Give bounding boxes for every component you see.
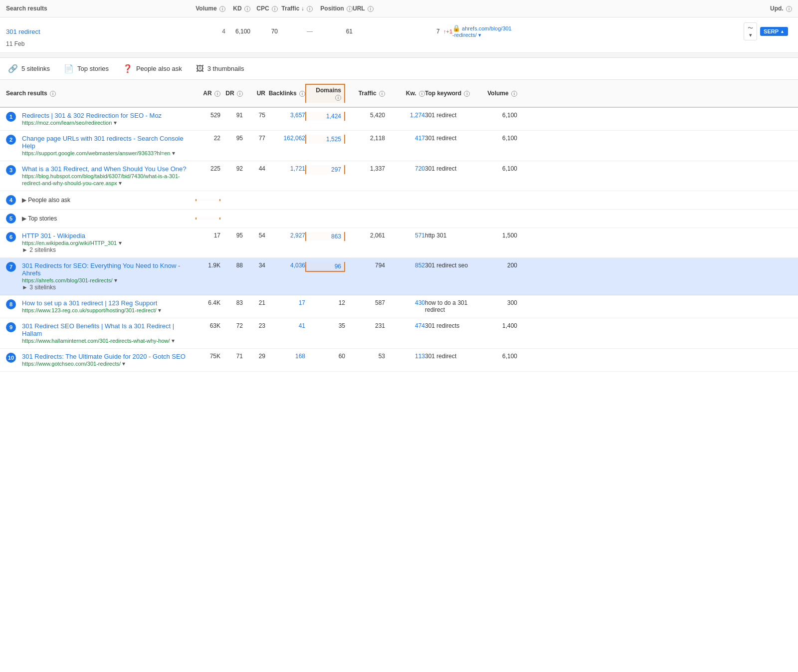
kw-1[interactable]: 1,274 xyxy=(385,112,425,119)
result-num-8: 8 xyxy=(6,299,16,309)
sitelinks-expand-7[interactable]: ► 3 sitelinks xyxy=(22,284,56,291)
domains-1[interactable]: 1,424 xyxy=(305,112,345,121)
table-row: 3 What is a 301 Redirect, and When Shoul… xyxy=(0,161,798,191)
result-title-cell: 3 What is a 301 Redirect, and When Shoul… xyxy=(6,165,196,187)
thumbnails-feature[interactable]: 🖼 3 thumbnails xyxy=(196,64,244,73)
ar-6: 17 xyxy=(196,232,220,239)
result-title-cell-highlighted: 7 301 Redirects for SEO: Everything You … xyxy=(6,262,196,291)
dr-3: 92 xyxy=(220,165,243,172)
table-row: 8 How to set up a 301 redirect | 123 Reg… xyxy=(0,295,798,318)
traffic-val: 61 xyxy=(313,28,353,35)
backlinks-header: Backlinks i xyxy=(265,90,305,97)
kd-val: 70 xyxy=(250,28,278,35)
position-change: ↑+1 xyxy=(443,28,452,34)
backlinks-6[interactable]: 2,927 xyxy=(265,232,305,239)
ur-8: 21 xyxy=(243,299,265,306)
expand-cell-5: 5 ▶ Top stories xyxy=(6,214,196,224)
topkeyword-9: 301 redirects xyxy=(425,322,480,329)
cpc-val: — xyxy=(278,28,313,35)
backlinks-7[interactable]: 4,036 xyxy=(265,262,305,269)
url-link[interactable]: ahrefs.com/blog/301 -redirects/ ▾ xyxy=(452,25,512,38)
url-cell: 🔒 ahrefs.com/blog/301 -redirects/ ▾ xyxy=(452,24,747,38)
ar-3: 225 xyxy=(196,165,220,172)
cpc-info-icon: i xyxy=(272,6,278,12)
dr-6: 95 xyxy=(220,232,243,239)
result-num-1: 1 xyxy=(6,112,16,122)
kw-10[interactable]: 113 xyxy=(385,353,425,360)
backlinks-9[interactable]: 41 xyxy=(265,322,305,329)
result-link-9[interactable]: 301 Redirect SEO Benefits | What Is a 30… xyxy=(22,322,174,337)
upd-val: 11 Feb xyxy=(6,40,191,47)
kw-7[interactable]: 852 xyxy=(385,262,425,269)
kw-8[interactable]: 430 xyxy=(385,299,425,306)
kw-6[interactable]: 571 xyxy=(385,232,425,239)
result-link-3[interactable]: What is a 301 Redirect, and When Should … xyxy=(22,165,187,173)
col-url-header: URL i xyxy=(353,5,452,12)
kw-3[interactable]: 720 xyxy=(385,165,425,172)
volume-1: 6,100 xyxy=(480,112,517,119)
keyword-link[interactable]: 301 redirect xyxy=(6,28,40,35)
result-title-cell: 6 HTTP 301 - Wikipedia https://en.wikipe… xyxy=(6,232,196,253)
sitelinks-expand-6[interactable]: ► 2 sitelinks xyxy=(22,246,56,253)
action-buttons: 〜 ▾ SERP ▲ xyxy=(747,22,792,40)
table-row: 6 HTTP 301 - Wikipedia https://en.wikipe… xyxy=(0,228,798,258)
traffic-1: 5,420 xyxy=(345,112,385,119)
ar-10: 75K xyxy=(196,353,220,360)
top-keyword-header: Top keyword i xyxy=(425,90,480,97)
result-num-4: 4 xyxy=(6,195,16,205)
chart-button[interactable]: 〜 ▾ xyxy=(744,22,757,40)
domains-3[interactable]: 297 xyxy=(305,165,345,174)
backlinks-10[interactable]: 168 xyxy=(265,353,305,360)
people-also-ask-feature[interactable]: ❓ People also ask xyxy=(123,64,182,73)
domains-7[interactable]: 96 xyxy=(305,262,345,272)
ur-6: 54 xyxy=(243,232,265,239)
ar-9: 63K xyxy=(196,322,220,329)
volume-2: 6,100 xyxy=(480,135,517,142)
bl-info-icon: i xyxy=(299,91,305,97)
volume-9: 1,400 xyxy=(480,322,517,329)
backlinks-1[interactable]: 3,657 xyxy=(265,112,305,119)
volume-info-icon: i xyxy=(219,6,225,12)
ar-header: AR i xyxy=(196,90,220,97)
result-link-10[interactable]: 301 Redirects: The Ultimate Guide for 20… xyxy=(22,353,186,360)
result-link-1[interactable]: Redirects | 301 & 302 Redirection for SE… xyxy=(22,112,162,119)
domains-6[interactable]: 863 xyxy=(305,232,345,241)
position-val: 7 ↑+1 xyxy=(353,28,452,35)
result-num-3: 3 xyxy=(6,165,16,175)
result-link-6[interactable]: HTTP 301 - Wikipedia xyxy=(22,232,85,239)
position-info-icon: i xyxy=(347,6,353,12)
dr-8: 83 xyxy=(220,299,243,306)
dr-10: 71 xyxy=(220,353,243,360)
thumbnails-label: 3 thumbnails xyxy=(207,65,244,72)
result-url-7: https://ahrefs.com/blog/301-redirects/ xyxy=(22,277,113,283)
kw-2[interactable]: 417 xyxy=(385,135,425,142)
serp-button[interactable]: SERP ▲ xyxy=(760,27,788,36)
people-also-ask-label: People also ask xyxy=(136,65,182,72)
domains-info-icon: i xyxy=(335,95,341,101)
result-url-3: https://blog.hubspot.com/blog/tabid/6307… xyxy=(22,173,180,186)
traffic-9: 231 xyxy=(345,322,385,329)
backlinks-8[interactable]: 17 xyxy=(265,299,305,306)
upd-info-icon: i xyxy=(786,6,792,12)
backlinks-2[interactable]: 162,062 xyxy=(265,135,305,142)
expand-row-4[interactable]: ▶ People also ask xyxy=(22,197,70,204)
domains-2[interactable]: 1,525 xyxy=(305,135,345,144)
result-link-8[interactable]: How to set up a 301 redirect | 123 Reg S… xyxy=(22,299,157,307)
sitelinks-feature[interactable]: 🔗 5 sitelinks xyxy=(8,64,50,73)
dr-2: 95 xyxy=(220,135,243,142)
domains-header: Domains i xyxy=(305,84,345,103)
traffic-col-header: Traffic i xyxy=(345,90,385,97)
ur-7: 34 xyxy=(243,262,265,269)
backlinks-3[interactable]: 1,721 xyxy=(265,165,305,172)
top-stories-feature[interactable]: 📄 Top stories xyxy=(64,64,109,73)
result-url-8: https://www.123-reg.co.uk/support/hostin… xyxy=(22,307,157,313)
ar-2: 22 xyxy=(196,135,220,142)
kw-9[interactable]: 474 xyxy=(385,322,425,329)
expand-row-5[interactable]: ▶ Top stories xyxy=(22,215,57,222)
serp-features-bar: 🔗 5 sitelinks 📄 Top stories ❓ People als… xyxy=(0,58,798,80)
table-row: 5 ▶ Top stories xyxy=(0,210,798,228)
result-link-2[interactable]: Change page URLs with 301 redirects - Se… xyxy=(22,135,184,150)
traffic-6: 2,061 xyxy=(345,232,385,239)
result-link-7[interactable]: 301 Redirects for SEO: Everything You Ne… xyxy=(22,262,180,277)
domains-8: 12 xyxy=(305,299,345,306)
